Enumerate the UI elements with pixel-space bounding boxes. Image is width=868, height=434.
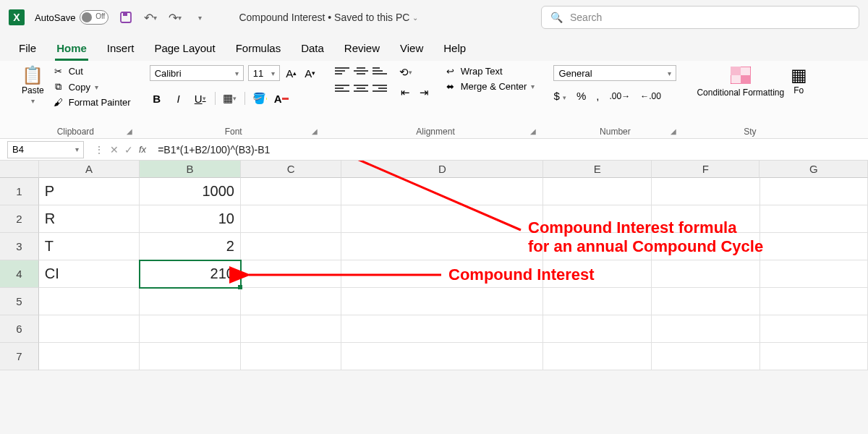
number-format-selector[interactable]: General▾ — [553, 65, 676, 81]
redo-icon[interactable]: ↷▾ — [168, 10, 182, 25]
qat-more-icon[interactable]: ▾ — [192, 10, 207, 25]
italic-button[interactable]: I — [171, 91, 186, 106]
cell-B1[interactable]: 1000 — [140, 178, 241, 205]
align-left-icon[interactable] — [335, 82, 349, 94]
row-header-1[interactable]: 1 — [0, 178, 39, 205]
align-center-icon[interactable] — [354, 82, 368, 94]
font-name-selector[interactable]: Calibri▾ — [150, 65, 244, 81]
decrease-font-icon[interactable]: A▾ — [303, 66, 318, 80]
tab-file[interactable]: File — [17, 38, 38, 61]
cell-E2[interactable] — [543, 205, 652, 233]
cell-F1[interactable] — [652, 178, 760, 205]
copy-button[interactable]: ⧉Copy ▾ — [51, 80, 132, 93]
cell-G2[interactable] — [760, 205, 869, 233]
tab-help[interactable]: Help — [442, 38, 467, 61]
cell-F2[interactable] — [652, 205, 760, 233]
cell-F5[interactable] — [652, 288, 760, 315]
cell-B5[interactable] — [140, 288, 241, 315]
paste-button[interactable]: 📋 Paste ▾ — [19, 65, 47, 106]
col-header-A[interactable]: A — [39, 161, 140, 178]
cell-C3[interactable] — [241, 233, 342, 260]
cell-B6[interactable] — [140, 315, 241, 343]
cell-F6[interactable] — [652, 315, 760, 343]
fill-color-button[interactable]: 🪣 — [252, 91, 267, 106]
cell-A7[interactable] — [39, 343, 140, 370]
tab-formulas[interactable]: Formulas — [234, 38, 283, 61]
cell-D2[interactable] — [341, 205, 543, 233]
cell-D3[interactable] — [341, 233, 543, 260]
dialog-launcher-icon[interactable]: ◢ — [671, 127, 676, 135]
borders-button[interactable]: ▦▾ — [223, 91, 237, 106]
cell-C4[interactable] — [241, 260, 342, 288]
cell-B3[interactable]: 2 — [140, 233, 241, 260]
tab-view[interactable]: View — [399, 38, 425, 61]
underline-button[interactable]: U ▾ — [193, 91, 208, 106]
cell-A1[interactable]: P — [39, 178, 140, 205]
align-bottom-icon[interactable] — [373, 65, 387, 77]
row-header-7[interactable]: 7 — [0, 343, 39, 370]
cell-G1[interactable] — [760, 178, 869, 205]
conditional-formatting-button[interactable]: Conditional Formatting — [694, 65, 787, 99]
cell-A3[interactable]: T — [39, 233, 140, 260]
cell-F4[interactable] — [652, 260, 760, 288]
cell-D5[interactable] — [341, 288, 543, 315]
cell-E3[interactable] — [543, 233, 652, 260]
cell-C7[interactable] — [241, 343, 342, 370]
row-header-3[interactable]: 3 — [0, 233, 39, 260]
cell-G3[interactable] — [760, 233, 869, 260]
cell-C6[interactable] — [241, 315, 342, 343]
cell-F7[interactable] — [652, 343, 760, 370]
currency-icon[interactable]: $ ▾ — [553, 90, 566, 102]
cell-C5[interactable] — [241, 288, 342, 315]
cell-E5[interactable] — [543, 288, 652, 315]
save-icon[interactable] — [119, 10, 133, 25]
cell-C1[interactable] — [241, 178, 342, 205]
autosave-toggle[interactable]: Off — [80, 10, 109, 25]
cell-G7[interactable] — [760, 343, 869, 370]
bold-button[interactable]: B — [150, 91, 164, 106]
format-table-button[interactable]: ▦ Fo — [791, 65, 806, 97]
tab-data[interactable]: Data — [299, 38, 326, 61]
font-size-selector[interactable]: 11▾ — [248, 65, 280, 81]
tab-review[interactable]: Review — [343, 38, 381, 61]
dialog-launcher-icon[interactable]: ◢ — [312, 127, 318, 135]
cell-D6[interactable] — [341, 315, 543, 343]
cell-G4[interactable] — [760, 260, 869, 288]
cell-A4[interactable]: CI — [39, 260, 140, 288]
cell-E1[interactable] — [543, 178, 652, 205]
tab-home[interactable]: Home — [55, 38, 88, 61]
increase-indent-icon[interactable]: ⇥ — [417, 85, 432, 100]
align-top-icon[interactable] — [335, 65, 349, 77]
select-all-corner[interactable] — [0, 161, 39, 178]
increase-decimal-icon[interactable]: .00→ — [609, 91, 630, 101]
decrease-indent-icon[interactable]: ⇤ — [399, 85, 413, 100]
row-header-4[interactable]: 4 — [0, 260, 39, 288]
dialog-launcher-icon[interactable]: ◢ — [127, 127, 132, 135]
cell-D4[interactable] — [341, 260, 543, 288]
cell-A6[interactable] — [39, 315, 140, 343]
row-header-5[interactable]: 5 — [0, 288, 39, 315]
align-right-icon[interactable] — [373, 82, 387, 94]
wrap-text-button[interactable]: ↩Wrap Text — [443, 65, 537, 77]
format-painter-button[interactable]: 🖌Format Painter — [51, 96, 132, 109]
cell-E4[interactable] — [543, 260, 652, 288]
decrease-decimal-icon[interactable]: ←.00 — [640, 91, 661, 101]
autosave-control[interactable]: AutoSave Off — [35, 10, 109, 25]
cell-E6[interactable] — [543, 315, 652, 343]
align-middle-icon[interactable] — [354, 65, 368, 77]
cell-B2[interactable]: 10 — [140, 205, 241, 233]
col-header-C[interactable]: C — [241, 161, 342, 178]
enter-icon[interactable]: ✓ — [124, 144, 133, 156]
cell-G6[interactable] — [760, 315, 869, 343]
dialog-launcher-icon[interactable]: ◢ — [530, 127, 536, 135]
col-header-D[interactable]: D — [341, 161, 543, 178]
col-header-G[interactable]: G — [760, 161, 868, 178]
cell-B4[interactable]: 210 — [140, 260, 241, 288]
comma-icon[interactable]: , — [596, 90, 599, 102]
tab-insert[interactable]: Insert — [106, 38, 136, 61]
increase-font-icon[interactable]: A▴ — [284, 66, 299, 80]
col-header-B[interactable]: B — [140, 161, 241, 178]
cell-D1[interactable] — [341, 178, 543, 205]
orientation-button[interactable]: ⟲▾ — [399, 65, 413, 80]
row-header-2[interactable]: 2 — [0, 205, 39, 233]
